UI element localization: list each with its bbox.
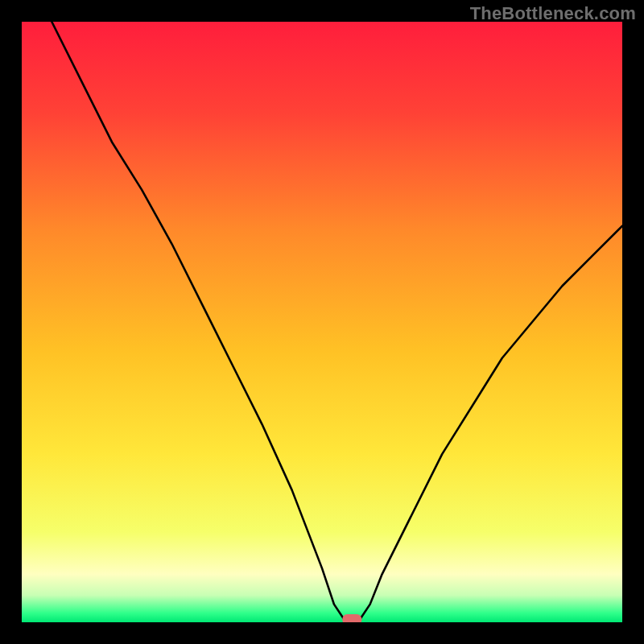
bottleneck-chart — [22, 22, 622, 622]
chart-frame — [22, 22, 622, 622]
bottleneck-marker — [342, 614, 361, 622]
watermark-text: TheBottleneck.com — [470, 3, 636, 24]
